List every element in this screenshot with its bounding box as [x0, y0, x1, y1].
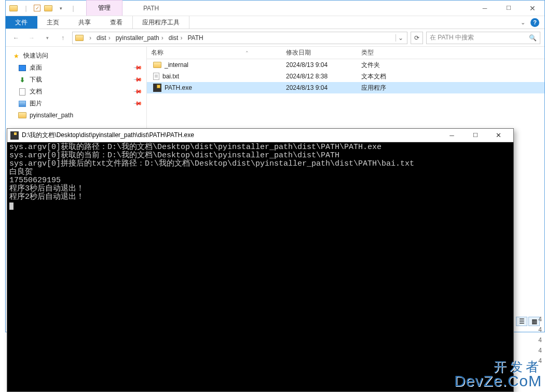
titlebar: | ✓ ▾ | 管理 PATH ─ ☐ ✕	[6, 1, 544, 16]
pictures-icon	[18, 100, 26, 108]
console-titlebar: D:\我的文档\Desktop\dist\pyinstaller_path\di…	[7, 129, 513, 142]
sidebar-label: 图片	[30, 99, 42, 108]
file-date: 2024/8/13 9:04	[282, 84, 357, 91]
maximize-button[interactable]: ☐	[497, 1, 521, 16]
watermark-en: DevZe.CoM	[454, 373, 542, 389]
column-header-name[interactable]: 名称⌃	[147, 48, 282, 57]
search-placeholder: 在 PATH 中搜索	[430, 33, 474, 42]
address-bar: ← → ▾ ↑ › dist› pyinstaller_path› dist› …	[6, 29, 544, 47]
breadcrumb-item[interactable]: dist›	[94, 34, 113, 42]
breadcrumb-item[interactable]: dist›	[167, 34, 185, 42]
close-button[interactable]: ✕	[487, 129, 510, 142]
sidebar-item-folder[interactable]: pyinstaller_path	[6, 110, 146, 121]
breadcrumb[interactable]: › dist› pyinstaller_path› dist› PATH ⌄	[72, 32, 407, 44]
folder-icon	[153, 62, 161, 68]
sidebar-item-pictures[interactable]: 图片 📌	[6, 98, 146, 110]
ribbon-collapse-icon[interactable]: ⌄	[521, 19, 525, 26]
console-output[interactable]: sys.argv[0]获取的路径：D:\我的文档\Desktop\dist\py…	[7, 142, 513, 391]
text-file-icon	[153, 73, 159, 80]
breadcrumb-dropdown-icon[interactable]: ⌄	[396, 34, 405, 42]
pin-icon: 📌	[132, 87, 142, 97]
exe-icon	[153, 84, 161, 92]
maximize-button[interactable]: ☐	[464, 129, 487, 142]
file-type: 文本文档	[357, 72, 419, 81]
close-button[interactable]: ✕	[521, 1, 544, 16]
sidebar-label: 文档	[30, 87, 42, 96]
downloads-icon: ⬇	[18, 76, 26, 84]
sidebar-item-documents[interactable]: 文档 📌	[6, 86, 146, 98]
contextual-tab-group: 管理	[86, 1, 122, 16]
breadcrumb-item[interactable]: PATH	[185, 34, 205, 42]
search-icon[interactable]: 🔍	[529, 34, 537, 42]
sidebar-label: 下载	[30, 75, 42, 84]
sidebar-quick-access[interactable]: ★ 快速访问	[6, 50, 146, 62]
file-row[interactable]: _internal2024/8/13 9:04文件夹	[147, 59, 544, 71]
sidebar-label: 桌面	[30, 63, 42, 72]
window-title: PATH	[143, 5, 159, 12]
file-name: PATH.exe	[165, 84, 192, 91]
ribbon-tab-file[interactable]: 文件	[6, 16, 37, 29]
column-headers: 名称⌃ 修改日期 类型	[147, 47, 544, 59]
desktop-icon	[18, 64, 26, 72]
sidebar-label: pyinstaller_path	[30, 112, 73, 119]
ribbon-tab-share[interactable]: 共享	[69, 16, 101, 29]
sidebar-label: 快速访问	[23, 51, 48, 60]
folder-icon	[75, 33, 84, 43]
search-input[interactable]: 在 PATH 中搜索 🔍	[426, 32, 540, 44]
console-window: D:\我的文档\Desktop\dist\pyinstaller_path\di…	[7, 128, 514, 392]
minimize-button[interactable]: ─	[473, 1, 497, 16]
watermark-zh: 开发者	[494, 360, 542, 373]
file-row[interactable]: bai.txt2024/8/12 8:38文本文档	[147, 71, 544, 82]
back-button[interactable]: ←	[10, 32, 22, 44]
watermark: 开发者 DevZe.CoM	[454, 360, 542, 389]
folder-icon	[18, 111, 26, 119]
breadcrumb-sep[interactable]: ›	[85, 34, 93, 42]
file-type: 应用程序	[357, 84, 419, 92]
exe-icon	[10, 131, 19, 140]
pin-icon: 📌	[132, 75, 142, 85]
star-icon: ★	[12, 52, 20, 60]
up-button[interactable]: ↑	[57, 32, 69, 44]
sidebar-item-downloads[interactable]: ⬇ 下载 📌	[6, 74, 146, 86]
pin-icon: 📌	[132, 99, 142, 109]
ribbon-tab-view[interactable]: 查看	[101, 16, 132, 29]
qat-separator: |	[69, 4, 78, 13]
ribbon-tab-apptools[interactable]: 应用程序工具	[132, 16, 189, 29]
help-icon[interactable]: ?	[530, 18, 539, 27]
column-header-type[interactable]: 类型	[357, 48, 419, 57]
details-view-icon[interactable]: ☰	[516, 317, 527, 326]
column-header-date[interactable]: 修改日期	[282, 48, 357, 57]
qat-dropdown-icon[interactable]: ▾	[56, 4, 65, 13]
folder-icon[interactable]	[44, 4, 53, 13]
refresh-button[interactable]: ⟳	[411, 32, 423, 44]
minimize-button[interactable]: ─	[440, 129, 464, 142]
file-row[interactable]: PATH.exe2024/8/13 9:04应用程序	[147, 82, 544, 93]
file-type: 文件夹	[357, 61, 419, 70]
forward-button[interactable]: →	[25, 32, 38, 44]
sidebar-item-desktop[interactable]: 桌面 📌	[6, 62, 146, 74]
folder-icon	[9, 4, 18, 13]
console-title-text: D:\我的文档\Desktop\dist\pyinstaller_path\di…	[22, 131, 194, 140]
file-name: _internal	[165, 61, 188, 69]
checkbox-icon[interactable]: ✓	[34, 5, 40, 11]
qat-separator: |	[21, 4, 31, 13]
file-name: bai.txt	[162, 73, 179, 80]
recent-dropdown[interactable]: ▾	[41, 32, 53, 44]
documents-icon	[18, 88, 26, 96]
ribbon-tabs: 文件 主页 共享 查看 应用程序工具 ⌄ ?	[6, 16, 544, 29]
file-date: 2024/8/12 8:38	[282, 73, 357, 80]
breadcrumb-item[interactable]: pyinstaller_path›	[114, 34, 166, 42]
contextual-tab[interactable]: 管理	[86, 0, 122, 16]
quick-access-toolbar: | ✓ ▾ |	[6, 4, 81, 13]
file-date: 2024/8/13 9:04	[282, 61, 357, 69]
pin-icon: 📌	[132, 63, 142, 73]
ribbon-tab-home[interactable]: 主页	[37, 16, 69, 29]
